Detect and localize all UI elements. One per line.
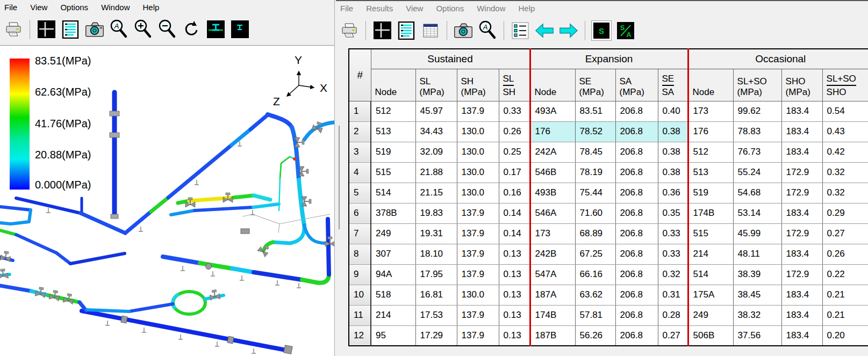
stress-cell[interactable]: 94A — [371, 264, 415, 285]
rotate-view-icon[interactable] — [181, 19, 202, 40]
stress-cell[interactable]: 56.26 — [575, 325, 615, 346]
stress-cell[interactable]: 130.0 — [457, 162, 499, 183]
stress-cell[interactable]: 172.9 — [781, 162, 822, 183]
stress-cell[interactable]: 214 — [688, 244, 733, 264]
stress-cell[interactable]: 513 — [688, 162, 733, 183]
column-header[interactable]: SLSH — [499, 69, 530, 101]
stress-cell[interactable]: 206.8 — [615, 264, 658, 285]
stress-cell[interactable]: 83.51 — [575, 101, 615, 121]
stress-cell[interactable]: 68.89 — [575, 223, 615, 244]
stress-cell[interactable]: 17.53 — [415, 305, 457, 325]
camera-snapshot-icon[interactable] — [84, 19, 105, 40]
stress-cell[interactable]: 172.9 — [781, 223, 822, 244]
column-header[interactable]: Node — [688, 69, 733, 101]
stress-cell[interactable]: 206.8 — [615, 244, 658, 264]
stress-cell[interactable]: 176 — [688, 121, 733, 142]
column-header[interactable]: SESA — [658, 69, 688, 101]
menu-item-help[interactable]: Help — [519, 4, 535, 13]
stress-cell[interactable]: 206.8 — [615, 101, 658, 121]
stress-cell[interactable]: 175A — [688, 285, 733, 305]
stress-cell[interactable]: 176 — [530, 121, 575, 142]
stress-cell[interactable]: 0.13 — [499, 264, 530, 285]
supports-toggle-icon[interactable] — [205, 19, 226, 40]
stress-cell[interactable]: 174B — [530, 305, 575, 325]
stress-cell[interactable]: 0.42 — [822, 142, 868, 162]
stress-cell[interactable]: 183.4 — [781, 142, 822, 162]
model-canvas[interactable]: 83.51(MPa) 62.63(MPa) 41.76(MPa) 20.88(M… — [0, 45, 335, 356]
stress-cell[interactable]: 55.24 — [733, 162, 781, 183]
stress-cell[interactable]: 546A — [530, 203, 575, 223]
stress-cell[interactable]: 63.62 — [575, 285, 615, 305]
stress-cell[interactable]: 45.99 — [733, 223, 781, 244]
list-report-icon[interactable] — [396, 20, 417, 41]
stress-cell[interactable]: 53.14 — [733, 203, 781, 223]
stress-cell[interactable]: 513 — [371, 121, 415, 142]
stress-cell[interactable]: 137.9 — [457, 325, 499, 346]
stress-cell[interactable]: 0.28 — [658, 305, 688, 325]
stress-cell[interactable]: 206.8 — [615, 142, 658, 162]
stress-cell[interactable]: 0.21 — [822, 285, 868, 305]
stress-cell[interactable]: 506B — [688, 325, 733, 346]
column-header[interactable]: SE(MPa) — [575, 69, 615, 101]
stress-cell[interactable]: 183.4 — [781, 305, 822, 325]
stress-cell[interactable]: 493A — [530, 101, 575, 121]
zoom-in-icon[interactable] — [133, 19, 153, 40]
menu-item-window[interactable]: Window — [477, 4, 505, 13]
stress-cell[interactable]: 187B — [530, 325, 575, 346]
stress-cell[interactable]: 76.73 — [733, 142, 781, 162]
stress-cell[interactable]: 0.32 — [658, 264, 688, 285]
stress-cell[interactable]: 206.8 — [615, 285, 658, 305]
stress-cell[interactable]: 183.4 — [781, 203, 822, 223]
stress-cell[interactable]: 38.39 — [733, 264, 781, 285]
stress-cell[interactable]: 0.25 — [499, 142, 530, 162]
stress-cell[interactable]: 173 — [530, 223, 575, 244]
stress-cell[interactable]: 183.4 — [781, 285, 822, 305]
stress-cell[interactable]: 0.32 — [822, 183, 868, 203]
stress-cell[interactable]: 0.36 — [658, 183, 688, 203]
next-result-icon[interactable] — [558, 20, 579, 41]
stress-cell[interactable]: 187A — [530, 285, 575, 305]
column-header[interactable]: SH(MPa) — [457, 69, 499, 101]
stress-cell[interactable]: 19.31 — [415, 223, 457, 244]
stress-cell[interactable]: 137.9 — [457, 305, 499, 325]
column-header[interactable]: SL+SOSHO — [822, 69, 868, 101]
stress-cell[interactable]: 206.8 — [615, 162, 658, 183]
stress-cell[interactable]: 130.0 — [457, 142, 499, 162]
stress-cell[interactable]: 130.0 — [457, 285, 499, 305]
stress-cell[interactable]: 0.14 — [499, 223, 530, 244]
stress-cell[interactable]: 57.81 — [575, 305, 615, 325]
previous-result-icon[interactable] — [534, 20, 555, 41]
stress-toggle-button[interactable]: S — [591, 20, 612, 41]
stress-cell[interactable]: 0.26 — [822, 244, 868, 264]
stress-cell[interactable]: 0.27 — [658, 325, 688, 346]
stress-cell[interactable]: 137.9 — [457, 223, 499, 244]
stress-cell[interactable]: 206.8 — [615, 325, 658, 346]
stress-cell[interactable]: 130.0 — [457, 121, 499, 142]
menu-item-file[interactable]: File — [4, 3, 17, 12]
stress-cell[interactable]: 515 — [688, 223, 733, 244]
stress-cell[interactable]: 546B — [530, 162, 575, 183]
stress-cell[interactable]: 19.83 — [415, 203, 457, 223]
stress-cell[interactable]: 249 — [371, 223, 415, 244]
stress-cell[interactable]: 172.9 — [781, 264, 822, 285]
stress-cell[interactable]: 99.62 — [733, 101, 781, 121]
menu-item-file[interactable]: File — [340, 4, 353, 13]
stress-cell[interactable]: 518 — [371, 285, 415, 305]
menu-item-view[interactable]: View — [30, 3, 47, 12]
stress-cell[interactable]: 206.8 — [615, 203, 658, 223]
stress-cell[interactable]: 0.17 — [499, 162, 530, 183]
stress-cell[interactable]: 183.4 — [781, 244, 822, 264]
stress-cell[interactable]: 206.8 — [615, 223, 658, 244]
stress-cell[interactable]: 0.40 — [658, 101, 688, 121]
stress-cell[interactable]: 512 — [688, 142, 733, 162]
stress-cell[interactable]: 547A — [530, 264, 575, 285]
zoom-all-icon[interactable]: A — [477, 20, 498, 41]
stress-cell[interactable]: 0.22 — [822, 264, 868, 285]
stress-cell[interactable]: 21.88 — [415, 162, 457, 183]
stress-cell[interactable]: 0.21 — [822, 305, 868, 325]
stress-cell[interactable]: 0.13 — [499, 325, 530, 346]
zoom-all-icon[interactable]: A — [109, 19, 129, 40]
menu-item-options[interactable]: Options — [60, 3, 88, 12]
stress-cell[interactable]: 0.13 — [499, 305, 530, 325]
stress-cell[interactable]: 45.97 — [415, 101, 457, 121]
